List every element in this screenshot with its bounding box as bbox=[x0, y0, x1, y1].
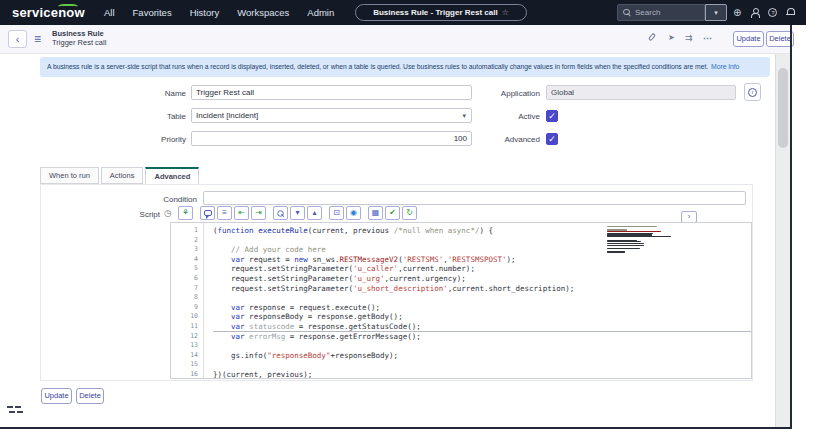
nav-item-all[interactable]: All bbox=[104, 7, 115, 18]
page-scrollbar[interactable] bbox=[775, 54, 790, 427]
line-number: 7 bbox=[171, 284, 203, 294]
comment-toggle-button[interactable] bbox=[200, 206, 215, 220]
replace-all-button[interactable]: ↻ bbox=[402, 206, 417, 220]
minimap-line bbox=[607, 251, 625, 252]
check-syntax-button[interactable]: ✔ bbox=[385, 206, 400, 220]
window-right-edge bbox=[790, 25, 792, 429]
top-navbar: servicenow All Favorites History Workspa… bbox=[0, 0, 806, 25]
uncomment-button[interactable]: ⇤ bbox=[234, 206, 249, 220]
context-pill-label: Business Rule - Trigger Rest call bbox=[373, 8, 497, 17]
more-info-link[interactable]: More Info bbox=[711, 63, 739, 70]
active-label: Active bbox=[420, 112, 540, 121]
script-editor[interactable]: 12345678910111213141516 (function execut… bbox=[170, 222, 752, 379]
nav-item-admin[interactable]: Admin bbox=[307, 7, 334, 18]
help-icon[interactable] bbox=[768, 8, 777, 17]
nav-item-favorites[interactable]: Favorites bbox=[133, 7, 172, 18]
clock-icon: ◷ bbox=[164, 208, 172, 218]
code-line: })(current, previous); bbox=[213, 370, 751, 379]
active-checkbox[interactable] bbox=[546, 110, 558, 122]
globe-icon[interactable]: ⊕ bbox=[733, 8, 741, 18]
favorite-star-icon[interactable]: ☆ bbox=[502, 8, 509, 17]
line-number: 1 bbox=[171, 226, 203, 236]
activity-stream-icon[interactable]: ⇉ bbox=[685, 33, 693, 43]
tab-when-to-run[interactable]: When to run bbox=[40, 167, 99, 184]
find-next-button[interactable]: ▾ bbox=[290, 206, 305, 220]
code-line: var response = request.execute(); bbox=[213, 303, 751, 313]
context-pill[interactable]: Business Rule - Trigger Rest call ☆ bbox=[355, 4, 527, 21]
indent-button[interactable]: ⇥ bbox=[251, 206, 266, 220]
save-button[interactable]: ▦ bbox=[368, 206, 383, 220]
scrollbar-thumb[interactable] bbox=[778, 68, 788, 148]
code-line bbox=[213, 341, 751, 351]
code-line bbox=[213, 360, 751, 370]
app-window: servicenow All Favorites History Workspa… bbox=[0, 0, 815, 435]
comment-bubble-icon bbox=[204, 210, 212, 216]
name-label: Name bbox=[60, 89, 186, 98]
main-nav: All Favorites History Workspaces Admin bbox=[104, 0, 334, 25]
api-reference-button[interactable]: ◉ bbox=[346, 206, 361, 220]
application-info-button[interactable] bbox=[744, 83, 761, 101]
navbar-icon-group: ⊕ bbox=[733, 0, 795, 25]
line-number: 10 bbox=[171, 312, 203, 322]
notifications-icon[interactable] bbox=[786, 8, 795, 17]
minimap-line bbox=[607, 238, 677, 239]
application-field: Global bbox=[546, 85, 736, 100]
search-button[interactable] bbox=[273, 206, 288, 220]
code-line: var request = new sn_ws.RESTMessageV2('R… bbox=[213, 255, 751, 265]
advanced-label: Advanced bbox=[420, 135, 540, 144]
form-context-menu-icon[interactable]: ≡ bbox=[34, 32, 41, 46]
search-scope-dropdown[interactable]: ▾ bbox=[705, 4, 727, 21]
code-line: request.setStringParameter('u_caller',cu… bbox=[213, 264, 751, 274]
update-button-footer[interactable]: Update bbox=[41, 388, 72, 404]
search-icon bbox=[277, 210, 283, 216]
condition-field[interactable] bbox=[203, 191, 746, 205]
record-name-label: Trigger Rest call bbox=[52, 38, 106, 47]
find-previous-button[interactable]: ▴ bbox=[307, 206, 322, 220]
more-options-icon[interactable]: ⋯ bbox=[703, 33, 712, 43]
editor-gutter: 12345678910111213141516 bbox=[171, 223, 204, 378]
line-number: 11 bbox=[171, 322, 203, 332]
update-button-header[interactable]: Update bbox=[733, 31, 764, 47]
line-number: 16 bbox=[171, 370, 203, 379]
minimap-line bbox=[607, 243, 644, 244]
paperclip-icon bbox=[648, 33, 656, 42]
back-button[interactable]: ‹ bbox=[8, 30, 27, 48]
record-type-label: Business Rule bbox=[52, 29, 104, 38]
logo-green-accent bbox=[58, 4, 78, 9]
line-number: 8 bbox=[171, 293, 203, 303]
advanced-checkbox[interactable] bbox=[546, 133, 558, 145]
line-number: 6 bbox=[171, 274, 203, 284]
line-number: 14 bbox=[171, 351, 203, 361]
condition-label: Condition bbox=[80, 195, 197, 204]
nav-item-history[interactable]: History bbox=[190, 7, 220, 18]
table-select-value: Incident [incident] bbox=[196, 111, 258, 120]
editor-minimap bbox=[607, 226, 677, 253]
attachment-icon[interactable] bbox=[650, 33, 654, 43]
response-time-icon[interactable] bbox=[7, 405, 23, 415]
contact-icon[interactable] bbox=[750, 8, 759, 17]
code-line: request.setStringParameter('u_urg',curre… bbox=[213, 274, 751, 284]
format-code-button[interactable]: ≡ bbox=[217, 206, 232, 220]
window-bottom-edge bbox=[0, 427, 792, 429]
application-label: Application bbox=[420, 89, 540, 98]
code-line: var errorMsg = response.getErrorMessage(… bbox=[213, 332, 751, 342]
code-line: var responseBody = response.getBody(); bbox=[213, 312, 751, 322]
table-label: Table bbox=[60, 112, 186, 121]
tab-advanced[interactable]: Advanced bbox=[145, 167, 199, 184]
code-line: var statuscode = response.getStatusCode(… bbox=[213, 322, 751, 332]
info-banner: A business rule is a server-side script … bbox=[40, 57, 770, 77]
line-number: 13 bbox=[171, 341, 203, 351]
syntax-editor-toggle-button[interactable]: ⚘ bbox=[178, 206, 193, 220]
delete-button-footer[interactable]: Delete bbox=[76, 388, 104, 404]
fullscreen-button[interactable]: ⊡ bbox=[329, 206, 344, 220]
minimap-line bbox=[607, 248, 640, 249]
line-number: 15 bbox=[171, 360, 203, 370]
tab-actions[interactable]: Actions bbox=[101, 167, 144, 184]
nav-item-workspaces[interactable]: Workspaces bbox=[237, 7, 289, 18]
info-banner-text: A business rule is a server-side script … bbox=[47, 63, 708, 70]
code-line: request.setStringParameter('u_short_desc… bbox=[213, 284, 751, 294]
share-icon[interactable]: ➤ bbox=[668, 33, 675, 42]
search-input[interactable] bbox=[635, 8, 695, 17]
form-tabs: When to run Actions Advanced bbox=[40, 167, 201, 184]
global-search[interactable] bbox=[617, 4, 705, 21]
